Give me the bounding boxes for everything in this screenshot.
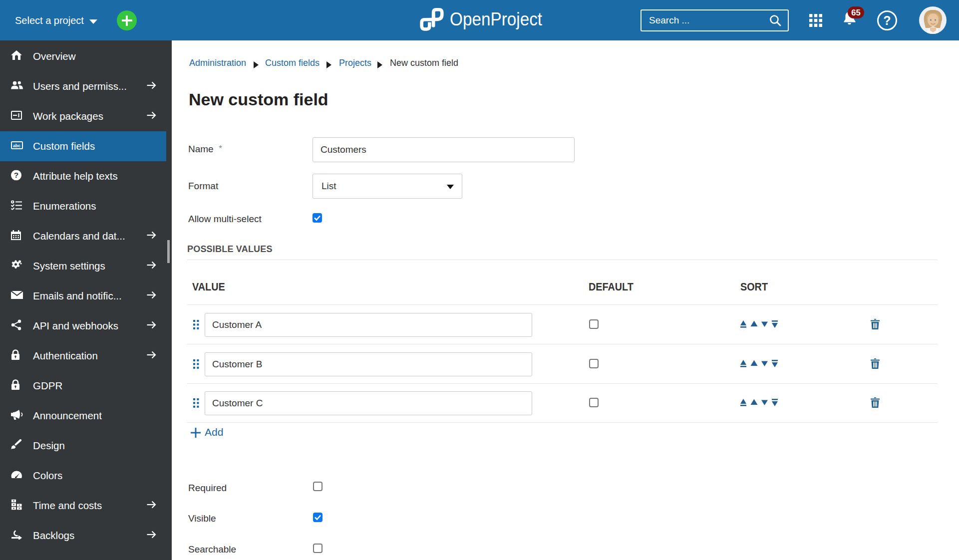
svg-text:abc: abc [13, 143, 20, 148]
svg-text:?: ? [14, 171, 18, 179]
